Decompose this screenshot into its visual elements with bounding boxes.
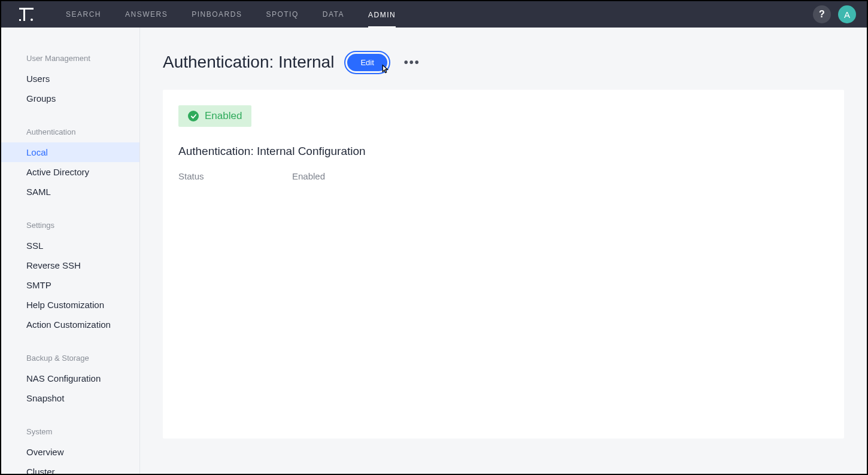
page-header: Authentication: Internal Edit •••	[140, 28, 867, 90]
page-title: Authentication: Internal	[163, 53, 334, 72]
config-label: Status	[178, 171, 292, 181]
help-button[interactable]: ?	[813, 5, 831, 23]
pointer-cursor-icon	[378, 64, 391, 77]
sidebar-section-backup-storage: Backup & Storage	[1, 348, 139, 369]
svg-rect-0	[19, 8, 34, 10]
user-avatar[interactable]: A	[838, 5, 856, 23]
edit-button-label: Edit	[360, 58, 374, 67]
sidebar-item-help-customization[interactable]: Help Customization	[1, 295, 139, 315]
sidebar-item-saml[interactable]: SAML	[1, 182, 139, 202]
sidebar-item-cluster[interactable]: Cluster	[1, 462, 139, 474]
nav-spotiq[interactable]: SPOTIQ	[266, 1, 298, 28]
sidebar-item-groups[interactable]: Groups	[1, 89, 139, 108]
nav-answers[interactable]: ANSWERS	[125, 1, 168, 28]
more-options-button[interactable]: •••	[400, 57, 424, 67]
sidebar-item-active-directory[interactable]: Active Directory	[1, 162, 139, 182]
edit-button[interactable]: Edit	[347, 54, 387, 71]
sidebar-item-snapshot[interactable]: Snapshot	[1, 388, 139, 408]
check-circle-icon	[188, 111, 199, 121]
sidebar-item-users[interactable]: Users	[1, 69, 139, 89]
nav-data[interactable]: DATA	[323, 1, 344, 28]
config-row-status: Status Enabled	[178, 171, 828, 181]
config-value: Enabled	[292, 171, 325, 181]
sidebar-item-smtp[interactable]: SMTP	[1, 275, 139, 295]
sidebar-item-ssl[interactable]: SSL	[1, 236, 139, 255]
nav-admin[interactable]: ADMIN	[368, 2, 396, 28]
sidebar-item-overview[interactable]: Overview	[1, 442, 139, 462]
sidebar-item-local[interactable]: Local	[1, 142, 139, 162]
main-content: Authentication: Internal Edit ••• Enable…	[140, 28, 867, 474]
status-badge: Enabled	[178, 105, 251, 127]
sidebar-section-system: System	[1, 421, 139, 442]
sidebar-section-settings: Settings	[1, 215, 139, 236]
svg-rect-1	[23, 8, 25, 21]
config-card: Enabled Authentication: Internal Configu…	[163, 90, 844, 439]
sidebar-item-reverse-ssh[interactable]: Reverse SSH	[1, 255, 139, 275]
status-badge-label: Enabled	[205, 110, 242, 122]
nav-links: SEARCH ANSWERS PINBOARDS SPOTIQ DATA ADM…	[66, 1, 396, 28]
nav-pinboards[interactable]: PINBOARDS	[192, 1, 242, 28]
svg-rect-2	[19, 19, 21, 21]
config-heading: Authentication: Internal Configuration	[178, 145, 828, 158]
sidebar-section-user-management: User Management	[1, 48, 139, 69]
app-logo[interactable]	[18, 5, 36, 23]
svg-point-3	[31, 19, 33, 21]
top-nav: SEARCH ANSWERS PINBOARDS SPOTIQ DATA ADM…	[1, 1, 867, 28]
admin-sidebar: User Management Users Groups Authenticat…	[1, 28, 140, 474]
sidebar-item-nas-configuration[interactable]: NAS Configuration	[1, 369, 139, 388]
more-icon: •••	[404, 56, 420, 69]
nav-search[interactable]: SEARCH	[66, 1, 101, 28]
sidebar-section-authentication: Authentication	[1, 121, 139, 142]
sidebar-item-action-customization[interactable]: Action Customization	[1, 315, 139, 334]
